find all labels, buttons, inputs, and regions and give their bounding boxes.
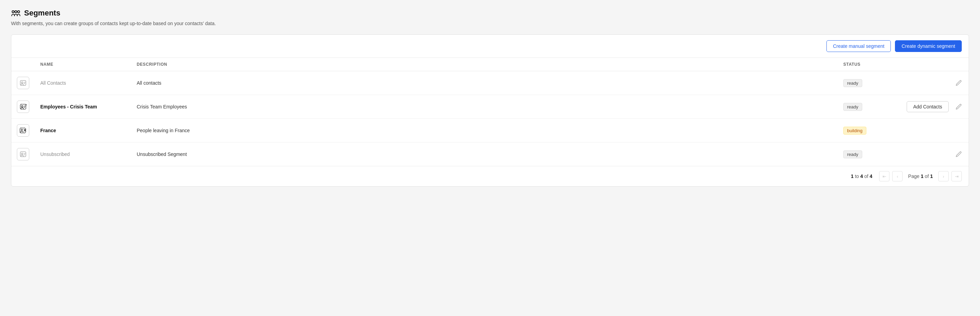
segments-header-icon — [11, 8, 21, 18]
page-header: Segments With segments, you can create g… — [11, 8, 969, 26]
svg-point-16 — [21, 153, 23, 155]
page-wrapper: Segments With segments, you can create g… — [0, 0, 980, 316]
status-badge: ready — [843, 103, 862, 111]
pagination-range-end: 4 — [860, 173, 863, 179]
segment-actions-cell: Add Contacts — [900, 95, 969, 119]
status-badge: ready — [843, 79, 862, 87]
svg-point-0 — [12, 11, 14, 13]
col-actions-header — [900, 58, 969, 71]
table-row: FrancePeople leaving in Francebuilding — [11, 119, 969, 143]
svg-point-2 — [18, 11, 20, 13]
segment-icon-cell — [11, 143, 35, 166]
card-toolbar: Create manual segment Create dynamic seg… — [11, 35, 969, 58]
svg-point-4 — [21, 82, 23, 84]
pagination-total-pages: 1 — [930, 173, 933, 179]
segment-status-cell: ready — [838, 71, 900, 95]
pagination-row: 1 to 4 of 4 ⇤ ‹ Page 1 of 1 › ⇥ — [11, 166, 969, 186]
col-status-header: STATUS — [838, 58, 900, 71]
table-row: UnsubscribedUnsubscribed Segmentready — [11, 143, 969, 166]
segment-name-cell: All Contacts — [35, 71, 131, 95]
edit-segment-button[interactable] — [954, 150, 963, 159]
page-subtitle: With segments, you can create groups of … — [11, 21, 969, 26]
action-area — [905, 150, 963, 159]
status-badge: ready — [843, 151, 862, 158]
segment-name: Unsubscribed — [40, 151, 70, 157]
pagination-page-label: Page 1 of 1 — [908, 173, 933, 179]
segment-description-cell: Crisis Team Employees — [131, 95, 838, 119]
segments-table: NAME DESCRIPTION STATUS All ContactsAll … — [11, 58, 969, 166]
table-row: Employees - Crisis TeamCrisis Team Emplo… — [11, 95, 969, 119]
table-header: NAME DESCRIPTION STATUS — [11, 58, 969, 71]
page-title-row: Segments — [11, 8, 969, 18]
segment-description-cell: Unsubscribed Segment — [131, 143, 838, 166]
table-row: All ContactsAll contactsready — [11, 71, 969, 95]
edit-segment-button[interactable] — [954, 102, 963, 111]
segment-actions-cell — [900, 119, 969, 143]
pagination-range-start: 1 — [851, 173, 854, 179]
segment-actions-cell — [900, 71, 969, 95]
segment-icon — [17, 100, 29, 113]
segment-icon-cell — [11, 119, 35, 143]
pagination-last-button[interactable]: ⇥ — [951, 171, 962, 181]
segment-name: All Contacts — [40, 80, 66, 86]
col-icon-header — [11, 58, 35, 71]
segment-status-cell: ready — [838, 95, 900, 119]
action-area: Add Contacts — [905, 101, 963, 112]
segment-icon-cell — [11, 95, 35, 119]
segments-card: Create manual segment Create dynamic seg… — [11, 35, 969, 187]
segment-status-cell: building — [838, 119, 900, 143]
col-desc-header: DESCRIPTION — [131, 58, 838, 71]
pagination-next-button[interactable]: › — [938, 171, 949, 181]
status-badge: building — [843, 127, 866, 135]
pagination-range-total: 4 — [870, 173, 873, 179]
segment-name[interactable]: Employees - Crisis Team — [40, 104, 97, 110]
svg-point-8 — [21, 106, 23, 107]
segment-icon-cell — [11, 71, 35, 95]
pagination-first-button[interactable]: ⇤ — [879, 171, 889, 181]
segment-name-cell: Employees - Crisis Team — [35, 95, 131, 119]
action-area — [905, 78, 963, 87]
pagination-current-page: 1 — [921, 173, 924, 179]
segments-tbody: All ContactsAll contactsready Employees … — [11, 71, 969, 166]
segment-description-cell: People leaving in France — [131, 119, 838, 143]
edit-segment-button[interactable] — [954, 78, 963, 87]
create-dynamic-segment-button[interactable]: Create dynamic segment — [895, 40, 962, 52]
segment-name-cell: France — [35, 119, 131, 143]
segment-name[interactable]: France — [40, 128, 56, 133]
page-title: Segments — [24, 9, 60, 17]
svg-point-12 — [21, 129, 22, 130]
create-manual-segment-button[interactable]: Create manual segment — [826, 40, 891, 52]
segment-icon — [17, 77, 29, 89]
col-name-header: NAME — [35, 58, 131, 71]
segment-status-cell: ready — [838, 143, 900, 166]
pagination-prev-button[interactable]: ‹ — [892, 171, 902, 181]
segment-icon — [17, 124, 29, 137]
segment-actions-cell — [900, 143, 969, 166]
segment-description-cell: All contacts — [131, 71, 838, 95]
segment-name-cell: Unsubscribed — [35, 143, 131, 166]
pagination-range: 1 to 4 of 4 — [851, 173, 872, 179]
segment-icon — [17, 148, 29, 160]
svg-point-1 — [15, 11, 17, 13]
add-contacts-button[interactable]: Add Contacts — [907, 101, 949, 112]
